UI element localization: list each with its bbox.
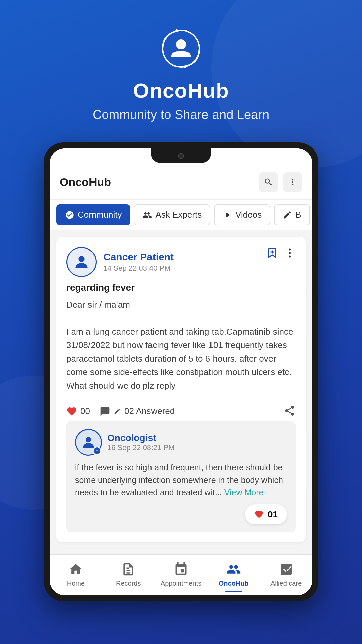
nav-records[interactable]: Records bbox=[102, 561, 155, 592]
appointments-icon bbox=[174, 562, 188, 577]
tab-ask-experts-label: Ask Experts bbox=[155, 210, 202, 220]
reply-likes[interactable]: 01 bbox=[245, 504, 287, 524]
tab-videos[interactable]: Videos bbox=[214, 204, 270, 225]
nav-oncohub-label: OncoHub bbox=[219, 580, 249, 587]
blog-icon bbox=[283, 210, 292, 220]
post-header-actions bbox=[266, 247, 296, 260]
tab-ask-experts[interactable]: Ask Experts bbox=[134, 204, 210, 225]
search-button[interactable] bbox=[259, 172, 278, 192]
app-subtitle: Community to Share and Learn bbox=[93, 108, 269, 122]
phone-screen: OncoHub bbox=[50, 148, 312, 595]
records-icon bbox=[121, 562, 136, 577]
reply-footer: 01 bbox=[75, 504, 287, 524]
post-timestamp: 14 Sep 22 03:40 PM bbox=[103, 264, 174, 273]
post-stats: 00 02 Answered bbox=[66, 406, 175, 417]
svg-point-7 bbox=[289, 256, 291, 258]
reply-likes-count: 01 bbox=[268, 509, 278, 520]
home-icon bbox=[68, 562, 83, 577]
nav-records-label: Records bbox=[116, 580, 141, 587]
app-header: OncoHub Community to Share and Learn bbox=[93, 0, 269, 142]
oncohub-nav-icon bbox=[226, 562, 241, 577]
reply-user-info: Oncologist 16 Sep 22 08:21 PM bbox=[107, 433, 175, 452]
reply-header: Oncologist 16 Sep 22 08:21 PM bbox=[75, 429, 287, 456]
nav-appointments-label: Appointments bbox=[161, 580, 201, 587]
videos-icon bbox=[223, 210, 232, 220]
app-title: OncoHub bbox=[133, 78, 229, 102]
screen-toolbar-title: OncoHub bbox=[60, 176, 111, 189]
home-nav-icon-wrap bbox=[67, 561, 84, 578]
post-user-info: Cancer Patient 14 Sep 22 03:40 PM bbox=[66, 247, 174, 277]
view-more-link[interactable]: View More bbox=[224, 488, 264, 497]
reply-heart-icon bbox=[254, 509, 264, 519]
post-user-details: Cancer Patient 14 Sep 22 03:40 PM bbox=[103, 251, 174, 273]
post-title: regarding fever bbox=[66, 282, 296, 293]
likes-count: 00 bbox=[80, 406, 90, 416]
tab-blog[interactable]: B bbox=[274, 204, 310, 225]
records-nav-icon-wrap bbox=[120, 561, 137, 578]
allied-care-nav-icon-wrap bbox=[278, 561, 295, 578]
oncohub-nav-icon-wrap bbox=[225, 561, 242, 578]
post-card: Cancer Patient 14 Sep 22 03:40 PM bbox=[56, 237, 306, 542]
post-user-avatar bbox=[66, 247, 97, 277]
answers-icon bbox=[100, 406, 110, 417]
bookmark-button[interactable] bbox=[266, 247, 278, 260]
app-logo-icon bbox=[159, 27, 203, 70]
screen-tabs: Community Ask Experts Videos bbox=[50, 200, 312, 230]
svg-point-5 bbox=[289, 249, 291, 251]
svg-point-6 bbox=[289, 252, 291, 254]
share-icon bbox=[284, 405, 296, 417]
post-content: I am a lung cancer patient and taking ta… bbox=[66, 327, 293, 391]
nav-home[interactable]: Home bbox=[50, 561, 102, 592]
reply-body: if the fever is so high and frequent, th… bbox=[75, 461, 287, 499]
svg-point-2 bbox=[78, 256, 84, 262]
nav-active-indicator bbox=[225, 591, 242, 592]
reply-timestamp: 16 Sep 22 08:21 PM bbox=[107, 443, 175, 452]
reply-avatar bbox=[75, 429, 102, 456]
tab-community-label: Community bbox=[78, 210, 122, 220]
nav-allied-care[interactable]: Allied care bbox=[260, 561, 312, 592]
plus-icon bbox=[95, 448, 99, 453]
svg-rect-10 bbox=[286, 566, 287, 572]
toolbar-actions bbox=[259, 172, 302, 192]
tab-community[interactable]: Community bbox=[56, 204, 130, 225]
post-more-icon bbox=[284, 247, 296, 259]
post-more-button[interactable] bbox=[284, 247, 296, 260]
bookmark-icon bbox=[266, 247, 278, 259]
appointments-nav-icon-wrap bbox=[173, 561, 189, 578]
user-avatar-icon bbox=[72, 253, 91, 271]
more-vertical-icon bbox=[288, 177, 297, 187]
svg-point-8 bbox=[86, 437, 91, 442]
heart-icon bbox=[66, 406, 77, 417]
phone-notch bbox=[50, 148, 312, 165]
post-footer: 00 02 Answered bbox=[66, 399, 296, 418]
answers-stat: 02 Answered bbox=[100, 406, 175, 417]
search-icon bbox=[264, 177, 273, 187]
nav-oncohub[interactable]: OncoHub bbox=[207, 561, 260, 592]
nav-appointments[interactable]: Appointments bbox=[155, 561, 207, 592]
reply-username: Oncologist bbox=[107, 433, 175, 443]
nav-home-label: Home bbox=[67, 580, 85, 587]
post-username: Cancer Patient bbox=[103, 251, 174, 263]
camera-notch bbox=[178, 153, 184, 159]
edit-icon bbox=[114, 408, 121, 415]
experts-icon bbox=[142, 210, 152, 220]
post-header: Cancer Patient 14 Sep 22 03:40 PM bbox=[66, 247, 296, 277]
share-button[interactable] bbox=[284, 405, 296, 418]
screen-content: OncoHub bbox=[50, 165, 312, 595]
bottom-nav: Home Records App bbox=[50, 554, 312, 595]
allied-care-icon bbox=[279, 562, 294, 577]
tab-blog-label: B bbox=[295, 210, 301, 220]
nav-allied-care-label: Allied care bbox=[270, 580, 302, 587]
screen-toolbar: OncoHub bbox=[50, 165, 312, 200]
svg-point-1 bbox=[176, 39, 186, 49]
community-icon bbox=[65, 210, 74, 220]
likes-stat: 00 bbox=[66, 406, 90, 417]
content-area: Cancer Patient 14 Sep 22 03:40 PM bbox=[50, 230, 312, 554]
answers-count: 02 Answered bbox=[124, 406, 175, 416]
plus-badge bbox=[93, 447, 101, 455]
phone-frame: OncoHub bbox=[44, 142, 318, 601]
more-options-button[interactable] bbox=[283, 172, 302, 192]
tab-videos-label: Videos bbox=[235, 210, 262, 220]
reply-card: Oncologist 16 Sep 22 08:21 PM if the fev… bbox=[66, 421, 296, 532]
post-salutation: Dear sir / ma'am I am a lung cancer pati… bbox=[66, 298, 296, 392]
